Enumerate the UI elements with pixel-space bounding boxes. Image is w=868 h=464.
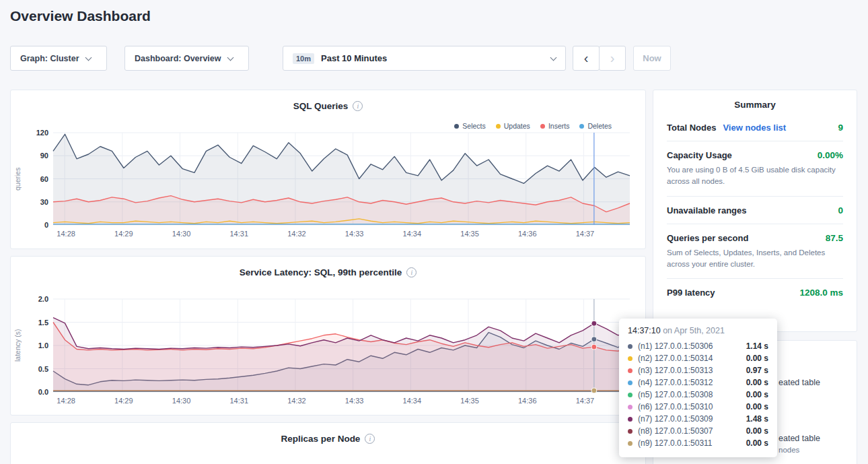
chart-title: SQL Queries [293,101,349,111]
tooltip-time: 14:37:10 [628,326,661,335]
tooltip-node-label: (n1) 127.0.0.1:50306 [638,341,746,351]
sql-queries-chart-card: SQL Queries i SelectsUpdatesInsertsDelet… [10,90,646,249]
info-icon-glyph: i [410,269,412,276]
event-text-fragment: eated table [779,434,820,443]
chart-header: Service Latency: SQL, 99th percentile i [11,267,645,277]
info-icon-glyph: i [357,102,359,110]
chart-title: Service Latency: SQL, 99th percentile [240,267,402,277]
now-button-label: Now [643,53,661,63]
y-axis-label: latency (s) [12,299,23,392]
tooltip-node-value: 0.97 s [746,366,768,375]
series-dot-icon [628,441,632,446]
service-latency-plot[interactable] [53,299,630,392]
tooltip-row: (n7) 127.0.0.1:503091.48 s [628,413,768,425]
info-icon[interactable]: i [353,101,363,111]
overview-dashboard-page: Overview Dashboard Graph: Cluster Dashbo… [0,0,868,464]
time-next-button[interactable]: › [599,46,626,71]
tooltip-node-label: (n7) 127.0.0.1:50309 [638,414,746,424]
legend-dot-icon [454,124,459,129]
tooltip-row: (n1) 127.0.0.1:503061.14 s [628,340,768,352]
tooltip-node-value: 0.00 s [746,438,768,448]
summary-row-capacity: Capacity Usage 0.00% You are using 0 B o… [667,141,843,197]
total-nodes-label: Total Nodes [667,123,716,133]
capacity-value: 0.00% [818,150,843,160]
qps-subtext: Sum of Selects, Updates, Inserts, and De… [667,247,843,271]
summary-row-total-nodes: Total Nodes View nodes list 9 [667,114,843,141]
legend-item: Updates [496,122,530,130]
info-icon[interactable]: i [406,267,417,277]
time-range-badge: 10m [293,53,314,64]
dashboard-dropdown[interactable]: Dashboard: Overview [124,46,249,71]
page-title: Overview Dashboard [10,8,151,24]
unavailable-ranges-label: Unavailable ranges [667,205,747,216]
series-dot-icon [628,356,632,361]
legend-dot-icon [496,124,501,129]
tooltip-rows: (n1) 127.0.0.1:503061.14 s(n2) 127.0.0.1… [628,340,768,449]
event-text-fragment: nodes [779,446,799,454]
tooltip-node-label: (n9) 127.0.0.1:50311 [638,438,746,448]
tooltip-row: (n5) 127.0.0.1:503080.00 s [628,389,768,401]
now-button[interactable]: Now [633,46,671,71]
qps-value: 87.5 [826,233,843,243]
sql-queries-plot[interactable] [53,133,630,225]
info-icon[interactable]: i [365,434,375,444]
graph-dropdown[interactable]: Graph: Cluster [10,46,107,71]
x-axis-ticks: 14:2814:2914:3014:3114:3214:3314:3414:35… [53,397,630,407]
tooltip-node-label: (n2) 127.0.0.1:50314 [638,354,746,363]
tooltip-node-value: 0.00 s [746,390,768,399]
series-dot-icon [628,429,632,434]
p99-latency-label: P99 latency [667,288,715,298]
event-text-fragment: eated table [779,378,820,387]
chevron-down-icon [550,54,557,61]
series-dot-icon [628,380,632,385]
legend-item: Selects [454,122,485,130]
summary-title: Summary [667,100,843,110]
summary-panel: Summary Total Nodes View nodes list 9 Ca… [653,90,857,332]
chevron-right-icon: › [610,51,615,66]
time-range-picker[interactable]: 10m Past 10 Minutes [283,46,566,71]
series-dot-icon [628,393,632,397]
series-dot-icon [628,405,632,409]
capacity-subtext: You are using 0 B of 4.5 GiB usable disk… [667,164,843,188]
series-dot-icon [628,344,632,349]
tooltip-node-value: 0.00 s [746,354,768,363]
tooltip-node-label: (n5) 127.0.0.1:50308 [638,390,746,399]
chart-header: SQL Queries i [11,101,645,111]
legend-item: Deletes [579,122,612,130]
chevron-down-icon [85,54,92,61]
chevron-down-icon [227,54,233,61]
view-nodes-list-link[interactable]: View nodes list [723,123,786,133]
tooltip-node-value: 0.00 s [746,402,768,411]
replicas-per-node-chart-card: Replicas per Node i [10,422,646,464]
chart-header: Replicas per Node i [11,434,645,444]
tooltip-node-label: (n6) 127.0.0.1:50310 [638,402,746,411]
legend-dot-icon [540,124,545,129]
time-prev-button[interactable]: ‹ [573,46,600,71]
total-nodes-value: 9 [838,123,843,133]
tooltip-node-value: 0.00 s [746,378,768,387]
series-dot-icon [628,417,632,422]
unavailable-ranges-value: 0 [838,205,843,216]
summary-row-p99: P99 latency 1208.0 ms [667,279,843,306]
legend-item: Inserts [540,122,570,130]
tooltip-date: Apr 5th, 2021 [674,326,725,335]
y-axis-label: queries [12,133,23,225]
qps-label: Queries per second [667,233,748,243]
summary-row-qps: Queries per second 87.5 Sum of Selects, … [667,224,843,279]
tooltip-date-prefix: on [663,326,672,335]
legend-dot-icon [579,124,584,129]
tooltip-header: 14:37:10 on Apr 5th, 2021 [628,326,768,335]
chevron-left-icon: ‹ [584,51,589,66]
info-icon-glyph: i [369,435,371,442]
tooltip-node-value: 1.14 s [746,341,768,351]
tooltip-node-value: 0.00 s [746,426,768,436]
x-axis-ticks: 14:2814:2914:3014:3114:3214:3314:3414:35… [53,230,630,240]
y-axis-ticks: 0.00.51.01.52.0 [23,299,48,392]
chart-legend: SelectsUpdatesInsertsDeletes [454,122,612,130]
tooltip-row: (n4) 127.0.0.1:503120.00 s [628,376,768,389]
tooltip-row: (n9) 127.0.0.1:503110.00 s [628,437,768,449]
capacity-label: Capacity Usage [667,150,732,160]
tooltip-node-label: (n4) 127.0.0.1:50312 [638,378,746,387]
tooltip-row: (n2) 127.0.0.1:503140.00 s [628,352,768,364]
tooltip-node-label: (n3) 127.0.0.1:50313 [638,366,746,375]
